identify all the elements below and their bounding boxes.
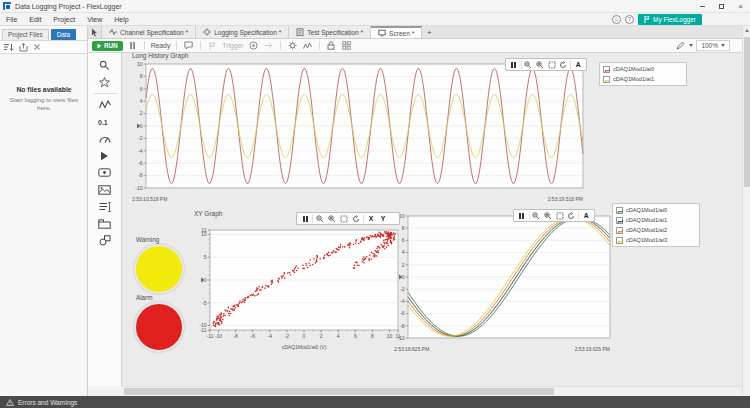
waveform-chart-icon[interactable] — [88, 96, 122, 113]
legend-item[interactable]: cDAQ1Mod1/ai2 — [616, 225, 696, 235]
run-button[interactable]: RUN — [92, 41, 123, 51]
horizontal-scrollbar-thumb[interactable] — [124, 388, 554, 395]
my-flexlogger-label: My FlexLogger — [653, 16, 696, 23]
vertical-scrollbar[interactable] — [742, 26, 750, 395]
screen-canvas[interactable]: Long History Graph A 1086420-2-4-6-8-102… — [122, 53, 742, 386]
y-scale-button[interactable]: Y — [377, 213, 389, 224]
tab-screen[interactable]: Screen * — [371, 26, 422, 38]
zoom-in-button[interactable] — [326, 213, 338, 224]
signal-icon — [303, 42, 312, 50]
reset-zoom-button[interactable] — [558, 59, 570, 70]
image-icon[interactable] — [88, 181, 122, 198]
legend-label: cDAQ1Mod1/ai1 — [613, 76, 654, 82]
legend-checkbox[interactable] — [616, 217, 623, 224]
zoom-in-button[interactable] — [542, 210, 554, 221]
legend-item[interactable]: cDAQ1Mod1/ai1 — [603, 74, 683, 84]
pause-icon — [303, 216, 308, 222]
numeric-indicator-icon[interactable]: 0.1 — [88, 113, 122, 130]
autoscale-button[interactable]: A — [580, 210, 592, 221]
xy-graph[interactable]: 111050-5-10-11-11-10-8-6-4-2024681011cDA… — [190, 228, 402, 350]
zoom-out-button[interactable] — [523, 59, 535, 70]
horizontal-scrollbar[interactable] — [122, 386, 742, 395]
gauge-icon[interactable] — [88, 130, 122, 147]
pause-button[interactable] — [127, 40, 138, 51]
maximize-button[interactable] — [712, 0, 731, 13]
svg-text:-2: -2 — [285, 333, 290, 339]
waveform-graph[interactable]: 1086420-2-4-6-8-102:53:18.625 PM2:53:19.… — [390, 212, 612, 352]
note-icon — [184, 41, 193, 50]
tab-channel-specification[interactable]: Channel Specification * — [102, 26, 196, 38]
tab-data[interactable]: Data — [51, 29, 76, 40]
export-icon[interactable] — [19, 43, 28, 52]
caret-up-icon — [745, 29, 749, 32]
settings-button[interactable] — [287, 40, 298, 51]
legend-checkbox[interactable] — [616, 227, 623, 234]
grid-icon — [342, 41, 351, 50]
reset-zoom-button[interactable] — [566, 210, 578, 221]
zoom-out-button[interactable] — [531, 210, 543, 221]
minimize-button[interactable] — [693, 0, 712, 13]
zoom-out-button[interactable] — [314, 213, 326, 224]
step-button[interactable] — [263, 40, 274, 51]
play-control-icon[interactable] — [88, 147, 122, 164]
led-indicator-icon[interactable] — [88, 164, 122, 181]
menu-project[interactable]: Project — [47, 16, 81, 23]
add-note-button[interactable] — [183, 40, 194, 51]
svg-text:-6: -6 — [400, 310, 405, 316]
tab-control-icon[interactable] — [88, 215, 122, 232]
graph-pause-button[interactable] — [299, 213, 311, 224]
menu-edit[interactable]: Edit — [23, 16, 47, 23]
scroll-up-button[interactable] — [743, 26, 750, 35]
legend-item[interactable]: cDAQ1Mod1/ai0 — [603, 64, 683, 74]
svg-text:5: 5 — [204, 254, 207, 260]
zoom-level-select[interactable]: 100% — [696, 40, 730, 51]
help-icon[interactable]: ? — [625, 15, 634, 24]
legend-checkbox[interactable] — [616, 207, 623, 214]
my-flexlogger-button[interactable]: My FlexLogger — [638, 14, 702, 25]
zoom-box-button[interactable] — [338, 213, 350, 224]
x-scale-button[interactable]: X — [365, 213, 377, 224]
reset-zoom-button[interactable] — [350, 213, 362, 224]
snap-grid-button[interactable] — [341, 40, 352, 51]
signal-options-button[interactable] — [302, 40, 313, 51]
trigger-button[interactable] — [207, 40, 218, 51]
zoom-in-button[interactable] — [534, 59, 546, 70]
search-icon[interactable] — [88, 57, 122, 74]
long-history-graph[interactable]: 1086420-2-4-6-8-102:53:10.518 PM2:53:19.… — [128, 60, 585, 202]
close-button[interactable]: × — [731, 0, 750, 13]
graph-pause-button[interactable] — [516, 210, 528, 221]
legend-checkbox[interactable] — [616, 237, 623, 244]
graph-pause-button[interactable] — [508, 59, 520, 70]
errors-warnings-label[interactable]: Errors and Warnings — [18, 399, 77, 406]
legend-item[interactable]: cDAQ1Mod1/ai0 — [616, 205, 696, 215]
xy-graph-toolbar: X Y — [296, 212, 400, 225]
legend-item[interactable]: cDAQ1Mod1/ai3 — [616, 235, 696, 245]
svg-text:-11: -11 — [200, 327, 207, 333]
text-box-icon[interactable] — [88, 198, 122, 215]
legend-checkbox[interactable] — [603, 76, 610, 83]
menu-help[interactable]: Help — [108, 16, 134, 23]
legend-item[interactable]: cDAQ1Mod1/ai1 — [616, 215, 696, 225]
favorites-icon[interactable] — [88, 74, 122, 91]
navigate-button[interactable] — [88, 26, 102, 38]
lock-button[interactable] — [326, 40, 337, 51]
menu-file[interactable]: File — [0, 16, 23, 23]
edit-screen-button[interactable] — [675, 40, 686, 51]
menu-view[interactable]: View — [81, 16, 108, 23]
legend-checkbox[interactable] — [603, 66, 610, 73]
autoscale-button[interactable]: A — [572, 59, 584, 70]
tab-test-specification[interactable]: Test Specification * — [289, 26, 371, 38]
zoom-box-button[interactable] — [554, 210, 566, 221]
vertical-scrollbar-thumb[interactable] — [744, 37, 750, 187]
edit-caret-icon[interactable] — [689, 44, 693, 47]
stop-button[interactable] — [248, 40, 259, 51]
tab-project-files[interactable]: Project Files — [2, 29, 49, 40]
delete-icon[interactable] — [33, 43, 41, 51]
sort-icon[interactable] — [4, 43, 14, 52]
zoom-box-button[interactable] — [546, 59, 558, 70]
tab-logging-specification[interactable]: Logging Specification * — [196, 26, 289, 38]
pen-icon — [676, 41, 685, 50]
feedback-icon[interactable]: ☺ — [612, 15, 621, 24]
shapes-icon[interactable] — [88, 232, 122, 249]
add-tab-button[interactable]: + — [422, 26, 436, 38]
